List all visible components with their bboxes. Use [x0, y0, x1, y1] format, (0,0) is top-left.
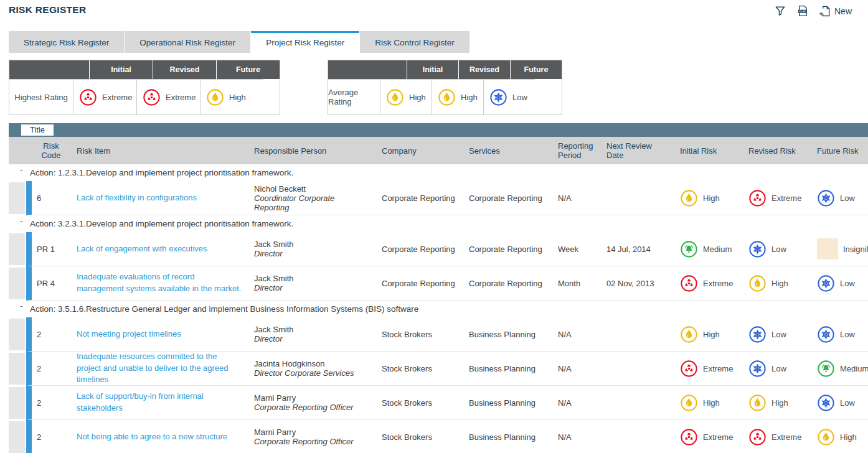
flame-icon — [680, 325, 698, 343]
tab-operational-risk-register[interactable]: Operational Risk Register — [125, 31, 250, 53]
flame-icon — [748, 394, 767, 412]
flame-icon — [206, 88, 224, 106]
reporting-period-cell: N/A — [553, 398, 601, 408]
rating-label: High — [771, 398, 788, 408]
row-body: 2Lack of support/buy-in from internal st… — [26, 386, 868, 420]
group-row: -Action: 1.2.3.1.Develop and implement p… — [9, 164, 868, 181]
column-header-initial-risk: Initial Risk — [675, 146, 743, 156]
revised-risk-cell: Extreme — [743, 428, 812, 446]
row-body: 2Not meeting project timelinesJack Smith… — [26, 317, 868, 352]
company-cell: Corporate Reporting — [377, 194, 464, 203]
rating-badge: Extreme — [680, 428, 737, 446]
future-risk-cell: Low — [812, 274, 868, 292]
row-gutter[interactable] — [9, 233, 25, 265]
rating-badge: High — [680, 189, 737, 207]
person-role: Corporate Reporting Officer — [254, 403, 370, 412]
row-body: 2Inadequate resources committed to the p… — [26, 352, 868, 386]
snowflake-icon — [817, 325, 835, 343]
rating-label: Low — [840, 330, 855, 339]
company-cell: Stock Brokers — [377, 364, 464, 373]
column-header-future-risk: Future Risk — [812, 146, 868, 156]
services-cell: Business Planning — [464, 330, 553, 339]
risk-item-link[interactable]: Not being able to agree to a new structu… — [77, 432, 227, 441]
rating-badge: Medium — [680, 240, 737, 258]
responsible-person-cell: Jacinta HodgkinsonDirector Corporate Ser… — [249, 359, 377, 378]
revised-risk-cell: High — [743, 394, 812, 412]
tab-project-risk-register[interactable]: Project Risk Register — [251, 31, 359, 53]
collapse-toggle[interactable]: - — [20, 217, 23, 225]
grid-title-bar: Title — [9, 123, 868, 137]
title-chip[interactable]: Title — [21, 124, 54, 136]
risk-grid: Title Risk CodeRisk ItemResponsible Pers… — [9, 123, 868, 453]
rating-label: High — [229, 93, 246, 102]
rating-badge: High — [817, 428, 868, 446]
row-gutter[interactable] — [9, 319, 25, 350]
summary-col-initial: Initial — [407, 60, 458, 79]
reporting-period-cell: N/A — [553, 194, 601, 203]
rating-badge: Insignificant — [817, 238, 868, 259]
risk-item-link[interactable]: Inadequate resources committed to the pr… — [77, 352, 229, 385]
rating-badge: Low — [748, 360, 806, 378]
group-row: -Action: 3.5.1.6.Restructure General Led… — [9, 301, 868, 317]
snowflake-icon — [817, 274, 835, 292]
rating-label: Low — [840, 194, 855, 203]
new-button[interactable]: New — [819, 5, 852, 17]
flame-icon — [438, 88, 456, 106]
services-cell: Corporate Reporting — [464, 245, 553, 254]
responsible-person-cell: Jack SmithDirector — [249, 274, 377, 292]
risk-code-cell: PR 1 — [32, 245, 72, 254]
rating-badge: Low — [748, 240, 806, 258]
row-gutter[interactable] — [9, 268, 25, 299]
risk-item-cell: Inadequate evaluations of record managem… — [72, 271, 249, 295]
fan-icon — [680, 360, 698, 378]
row-gutter[interactable] — [9, 387, 25, 419]
row-gutter[interactable] — [9, 421, 25, 453]
column-header-revised-risk: Revised Risk — [743, 146, 812, 156]
collapse-toggle[interactable]: - — [20, 166, 23, 174]
risk-item-cell: Not meeting project timelines — [72, 329, 249, 340]
average-rating-table: InitialRevisedFutureAverage RatingHighHi… — [328, 60, 562, 115]
initial-risk-cell: Extreme — [675, 274, 743, 292]
group-label: Action: 3.2.3.1.Develop and implement pr… — [30, 219, 293, 228]
risk-item-link[interactable]: Lack of flexibility in configurations — [77, 193, 197, 202]
page-title: RISK REGISTER — [9, 4, 86, 16]
future-risk-cell: Low — [812, 394, 868, 412]
fan-icon — [79, 88, 97, 106]
export-xlsx-icon[interactable]: XLSX — [796, 4, 809, 17]
risk-item-link[interactable]: Lack of engagement with executives — [77, 244, 207, 253]
future-risk-cell: Medium — [812, 360, 868, 378]
risk-code-cell: 2 — [32, 364, 72, 373]
row-gutter[interactable] — [9, 353, 25, 385]
services-cell: Corporate Reporting — [464, 279, 553, 288]
tab-strategic-risk-register[interactable]: Strategic Risk Register — [9, 31, 124, 53]
rating-badge: Extreme — [143, 88, 196, 106]
grid-body: -Action: 1.2.3.1.Develop and implement p… — [9, 164, 868, 453]
reporting-period-cell: Month — [553, 279, 601, 288]
column-header-reporting-period: Reporting Period — [553, 141, 601, 160]
rating-label: Extreme — [703, 279, 733, 288]
table-row: 2Not meeting project timelinesJack Smith… — [9, 317, 868, 352]
row-body: PR 4Inadequate evaluations of record man… — [26, 266, 868, 301]
risk-item-link[interactable]: Lack of support/buy-in from internal sta… — [77, 391, 204, 413]
rating-label: Extreme — [771, 432, 801, 442]
rating-label: Low — [771, 245, 786, 254]
rating-badge: Low — [817, 274, 868, 292]
person-name: Jack Smith — [254, 240, 370, 249]
person-name: Marni Parry — [254, 427, 370, 437]
filter-icon[interactable] — [774, 5, 786, 17]
collapse-toggle[interactable]: - — [20, 302, 23, 311]
risk-item-link[interactable]: Not meeting project timelines — [77, 329, 181, 339]
summary-rating-cell: High — [200, 79, 263, 114]
table-row: PR 4Inadequate evaluations of record man… — [9, 266, 868, 301]
bell-icon — [680, 240, 698, 258]
revised-risk-cell: Low — [743, 240, 812, 258]
row-gutter[interactable] — [9, 182, 25, 214]
risk-item-link[interactable]: Inadequate evaluations of record managem… — [77, 272, 241, 293]
rating-label: Extreme — [771, 194, 801, 203]
rating-label: Low — [771, 330, 786, 339]
rating-label: Extreme — [703, 364, 733, 373]
company-cell: Corporate Reporting — [377, 245, 464, 254]
initial-risk-cell: High — [675, 325, 743, 343]
tab-risk-control-register[interactable]: Risk Control Register — [360, 31, 469, 53]
rating-badge: High — [748, 274, 806, 292]
